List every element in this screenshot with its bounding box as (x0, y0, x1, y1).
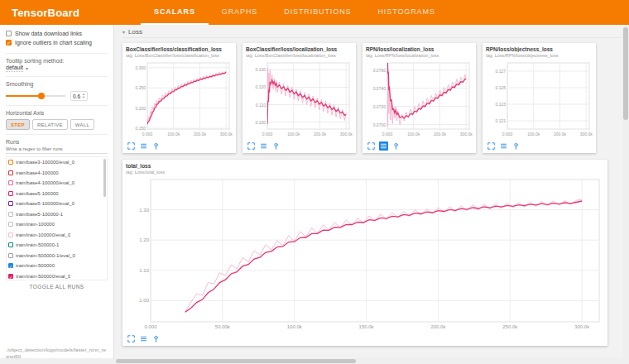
run-item-label: train/base5-100000-1 (16, 212, 63, 217)
run-item[interactable]: ✓train/train-500000/eval_0 (7, 271, 107, 281)
run-item[interactable]: train/base4-100000 (7, 168, 107, 179)
run-checkbox[interactable] (8, 212, 13, 217)
tab-scalars[interactable]: SCALARS (141, 0, 209, 25)
fullscreen-icon[interactable] (247, 141, 256, 151)
run-item[interactable]: train/train-100000 (7, 219, 107, 230)
chart-tag: tag: Loss/BoxClassifier/loss/localizatio… (246, 53, 353, 58)
run-checkbox[interactable]: ✓ (8, 274, 13, 279)
run-item[interactable]: train/base5-100000-1 (7, 209, 107, 220)
checkbox-label: Ignore outliers in chart scaling (15, 40, 92, 46)
horizontal-axis-label: Horizontal Axis (6, 110, 108, 116)
rpn-objectness-loss-chart[interactable]: 0.1210.1230.1250.1270.000100.0k200.0k300… (486, 60, 593, 139)
run-item[interactable]: train/base5-100000/eval_0 (7, 199, 107, 209)
smoothing-value: 0.6 (73, 93, 80, 99)
runs-filter-input[interactable] (6, 145, 108, 154)
tab-histograms[interactable]: HISTOGRAMS (364, 0, 448, 25)
runs-selector-icon[interactable] (259, 141, 268, 151)
runs-selector-icon[interactable] (139, 141, 148, 151)
run-checkbox[interactable] (8, 232, 13, 237)
ignore-outliers-checkbox[interactable]: ✓ Ignore outliers in chart scaling (6, 40, 108, 46)
run-checkbox[interactable] (8, 222, 13, 227)
smoothing-value-stepper[interactable]: 0.6 ▲▼ (70, 91, 88, 101)
pin-icon[interactable] (391, 141, 401, 151)
run-item[interactable]: train/base5-100000 (7, 189, 107, 199)
show-download-links-checkbox[interactable]: Show data download links (6, 31, 108, 36)
box-localization-loss-chart[interactable]: 0.1000.1100.1200.1300.000100.0k200.0k300… (246, 60, 353, 139)
fullscreen-icon[interactable] (367, 141, 376, 151)
svg-text:200.0k: 200.0k (434, 132, 447, 136)
svg-text:250.0k: 250.0k (502, 324, 518, 329)
pin-icon[interactable] (271, 141, 281, 151)
smoothing-slider[interactable] (6, 95, 65, 97)
run-item[interactable]: ✓train/train-500000 (7, 261, 107, 271)
svg-text:300.0k: 300.0k (220, 132, 233, 136)
rpn-localization-loss-chart[interactable]: 0.07000.07200.07400.07600.000100.0k200.0… (366, 60, 473, 139)
toggle-all-runs-button[interactable]: TOGGLE ALL RUNS (6, 280, 108, 291)
run-item-label: train/train-100000 (16, 222, 55, 227)
svg-text:1.00: 1.00 (139, 298, 149, 303)
svg-text:0.150: 0.150 (135, 126, 146, 131)
run-checkbox[interactable] (8, 253, 13, 258)
smoothing-section: Smoothing 0.6 ▲▼ (6, 76, 108, 101)
pin-icon[interactable] (151, 334, 161, 343)
run-checkbox[interactable] (8, 242, 13, 247)
fullscreen-icon[interactable] (127, 141, 136, 151)
svg-text:0.100: 0.100 (255, 120, 266, 125)
svg-text:0.130: 0.130 (255, 67, 266, 72)
card-actions (366, 139, 473, 152)
run-checkbox[interactable] (8, 180, 13, 185)
tab-distributions[interactable]: DISTRIBUTIONS (271, 0, 364, 25)
chart-tag: tag: Loss/RPN/loss/localization_loss (366, 53, 473, 58)
checkbox-checked-icon: ✓ (6, 40, 12, 46)
chart-tag: tag: Loss/BoxClassifier/loss/classificat… (126, 53, 233, 58)
chart-title: BoxClassifier/loss/localization_loss (246, 46, 353, 52)
fullscreen-icon[interactable] (127, 334, 136, 343)
total-loss-chart[interactable]: 1.001.101.201.300.00050.00k100.0k150.0k2… (126, 176, 603, 332)
run-checkbox[interactable] (8, 160, 13, 165)
svg-text:50.00k: 50.00k (215, 324, 231, 329)
pin-icon[interactable] (151, 141, 161, 151)
app-title: TensorBoard (0, 0, 103, 25)
run-item-label: train/base4-100000/eval_0 (16, 180, 74, 185)
classification-loss-chart[interactable]: 0.1500.2000.2500.3000.000100.0k200.0k300… (126, 60, 233, 139)
horizontal-axis-section: Horizontal Axis STEP RELATIVE WALL (6, 105, 108, 130)
axis-step-button[interactable]: STEP (6, 119, 30, 130)
run-item[interactable]: train/base3-100000/eval_0 (7, 157, 107, 168)
slider-thumb[interactable] (38, 93, 45, 99)
run-checkbox[interactable]: ✓ (8, 263, 13, 268)
run-item-label: train/base5-100000 (16, 191, 59, 196)
axis-relative-button[interactable]: RELATIVE (32, 119, 68, 130)
axis-wall-button[interactable]: WALL (70, 119, 94, 130)
run-item[interactable]: train/base4-100000/eval_0 (7, 178, 107, 189)
card-actions (246, 139, 353, 152)
svg-text:0.125: 0.125 (495, 85, 506, 90)
category-header-loss[interactable]: ▾ Loss (122, 26, 624, 38)
svg-text:300.0k: 300.0k (460, 132, 473, 136)
svg-text:0.000: 0.000 (262, 132, 273, 136)
svg-text:100.0k: 100.0k (407, 132, 420, 136)
run-item[interactable]: train/train-100000/eval_0 (7, 230, 107, 241)
runs-selector-icon[interactable] (379, 141, 388, 151)
tab-graphs[interactable]: GRAPHS (209, 0, 271, 25)
horizontal-scrollbar[interactable] (0, 358, 622, 364)
vertical-scrollbar-thumb[interactable] (623, 27, 628, 120)
pin-icon[interactable] (511, 141, 521, 151)
run-checkbox[interactable] (8, 170, 13, 175)
vertical-scrollbar[interactable] (622, 25, 629, 364)
run-checkbox[interactable] (8, 191, 13, 196)
stepper-arrows-icon[interactable]: ▲▼ (82, 93, 85, 99)
runs-selector-icon[interactable] (499, 141, 508, 151)
run-checkbox[interactable] (8, 201, 13, 206)
checkbox-label: Show data download links (15, 31, 82, 36)
runs-list-scrollbar[interactable] (103, 159, 106, 197)
run-item-label: train/train-500000-1/eval_0 (16, 253, 75, 258)
horizontal-scrollbar-thumb[interactable] (116, 359, 356, 363)
chart-tag: tag: Loss/RPN/loss/objectness_loss (486, 53, 593, 58)
run-item[interactable]: train/train-500000-1/eval_0 (7, 251, 107, 261)
runs-selector-icon[interactable] (139, 334, 148, 343)
slider-fill (6, 95, 41, 97)
svg-text:200.0k: 200.0k (314, 132, 327, 136)
run-item[interactable]: train/train-500000-1 (7, 240, 107, 251)
fullscreen-icon[interactable] (487, 141, 496, 151)
tooltip-sorting-dropdown[interactable]: default (6, 65, 23, 72)
